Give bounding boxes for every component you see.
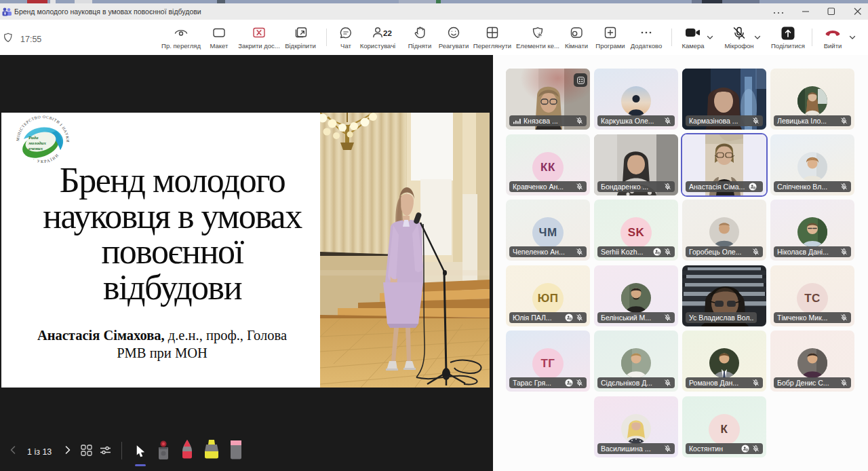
svg-text:молодих: молодих [28,140,46,146]
svg-text:вчених: вчених [28,146,43,151]
svg-text:Рада: Рада [28,135,39,140]
